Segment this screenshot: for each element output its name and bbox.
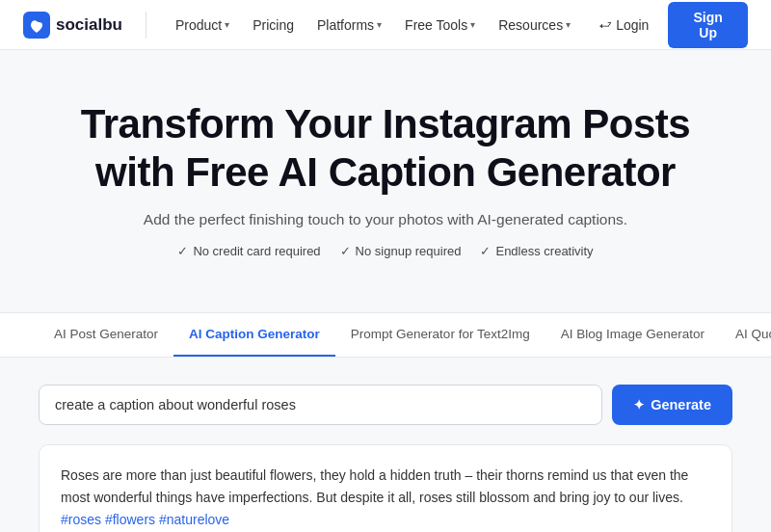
- tabs-section: AI Post Generator AI Caption Generator P…: [0, 312, 771, 358]
- sparkle-icon: ✦: [633, 397, 645, 412]
- tab-ai-post-generator[interactable]: AI Post Generator: [39, 313, 173, 357]
- nav-link-pricing[interactable]: Pricing: [243, 12, 304, 39]
- chevron-down-icon: ▾: [566, 19, 571, 30]
- tab-ai-quote-image[interactable]: AI Quote Image Generator: [720, 313, 771, 357]
- nav-link-resources[interactable]: Resources ▾: [489, 12, 580, 39]
- chevron-down-icon: ▾: [377, 19, 382, 30]
- nav-link-platforms[interactable]: Platforms ▾: [307, 12, 391, 39]
- chevron-down-icon: ▾: [225, 19, 229, 30]
- nav-links: Product ▾ Pricing Platforms ▾ Free Tools…: [166, 12, 580, 39]
- login-icon: ⮐: [599, 17, 612, 32]
- nav-link-product[interactable]: Product ▾: [166, 12, 239, 39]
- nav-link-free-tools[interactable]: Free Tools ▾: [395, 12, 485, 39]
- output-card: Roses are more than just beautiful flowe…: [39, 444, 732, 532]
- hero-badges: ✓ No credit card required ✓ No signup re…: [39, 244, 732, 258]
- chevron-down-icon: ▾: [470, 19, 475, 30]
- navigation: socialbu Product ▾ Pricing Platforms ▾ F…: [0, 0, 771, 50]
- hero-badge-2: ✓ No signup required: [340, 244, 462, 258]
- hero-section: Transform Your Instagram Posts with Free…: [0, 50, 771, 289]
- tabs-list: AI Post Generator AI Caption Generator P…: [39, 313, 732, 357]
- signup-button[interactable]: Sign Up: [668, 2, 748, 48]
- check-icon: ✓: [177, 244, 188, 258]
- input-row: ✦ Generate: [39, 385, 732, 425]
- hero-badge-1: ✓ No credit card required: [177, 244, 320, 258]
- check-icon: ✓: [480, 244, 491, 258]
- generate-button[interactable]: ✦ Generate: [612, 385, 732, 425]
- generator-area: ✦ Generate Roses are more than just beau…: [0, 358, 771, 532]
- login-button[interactable]: ⮐ Login: [588, 12, 660, 39]
- hero-badge-3: ✓ Endless creativity: [480, 244, 593, 258]
- hero-subtitle: Add the perfect finishing touch to your …: [39, 211, 732, 228]
- caption-input[interactable]: [39, 385, 602, 425]
- logo-text: socialbu: [56, 15, 122, 35]
- tab-ai-blog-image[interactable]: AI Blog Image Generator: [545, 313, 720, 357]
- tab-prompt-generator[interactable]: Prompt Generator for Text2Img: [335, 313, 545, 357]
- logo[interactable]: socialbu: [23, 12, 122, 39]
- nav-divider: [146, 12, 146, 39]
- nav-actions: ⮐ Login Sign Up: [588, 2, 748, 48]
- hero-title: Transform Your Instagram Posts with Free…: [39, 100, 732, 196]
- tab-ai-caption-generator[interactable]: AI Caption Generator: [173, 313, 335, 357]
- output-text: Roses are more than just beautiful flowe…: [61, 465, 710, 531]
- socialbu-logo-icon: [23, 12, 50, 39]
- check-icon: ✓: [340, 244, 351, 258]
